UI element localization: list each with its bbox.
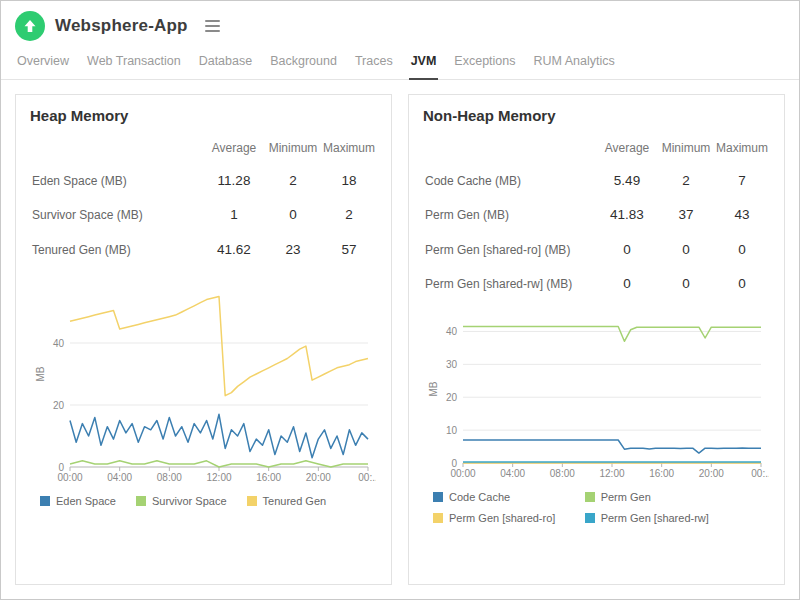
svg-text:08:00: 08:00	[550, 468, 575, 479]
svg-text:0: 0	[58, 461, 64, 472]
heap-chart-legend: Eden SpaceSurvivor SpaceTenured Gen	[30, 495, 377, 507]
metric-value: 7	[714, 164, 770, 198]
row-label: Perm Gen [shared-ro] (MB)	[423, 234, 596, 266]
legend-item[interactable]: Eden Space	[40, 495, 116, 507]
metric-value: 41.62	[203, 233, 265, 267]
svg-text:12:00: 12:00	[206, 472, 231, 483]
table-corner	[30, 140, 203, 156]
column-header: Minimum	[265, 132, 321, 164]
svg-text:04:00: 04:00	[107, 472, 132, 483]
legend-item[interactable]: Perm Gen [shared-ro]	[433, 512, 585, 524]
metric-value: 0	[714, 267, 770, 301]
legend-label: Perm Gen	[601, 491, 651, 503]
svg-text:20: 20	[53, 399, 65, 410]
legend-label: Code Cache	[449, 491, 510, 503]
tab-web-transaction[interactable]: Web Transaction	[85, 48, 183, 79]
metric-value: 0	[596, 233, 658, 267]
svg-text:20: 20	[446, 392, 458, 403]
non-heap-chart-legend: Code CachePerm GenPerm Gen [shared-ro]Pe…	[423, 491, 770, 533]
app-window: Websphere-App OverviewWeb TransactionDat…	[0, 0, 800, 600]
app-title: Websphere-App	[55, 16, 188, 36]
svg-text:40: 40	[446, 326, 458, 337]
svg-text:00:00: 00:00	[450, 468, 475, 479]
svg-text:12:00: 12:00	[599, 468, 624, 479]
svg-text:00:00: 00:00	[57, 472, 82, 483]
svg-text:0: 0	[451, 458, 457, 469]
card-title-heap: Heap Memory	[30, 107, 377, 124]
legend-item[interactable]: Tenured Gen	[247, 495, 327, 507]
svg-text:40: 40	[53, 337, 65, 348]
metric-value: 0	[596, 267, 658, 301]
tab-rum-analytics[interactable]: RUM Analytics	[532, 48, 617, 79]
metric-value: 23	[265, 233, 321, 267]
svg-text:20:00: 20:00	[699, 468, 724, 479]
metric-value: 0	[658, 267, 714, 301]
legend-label: Tenured Gen	[263, 495, 327, 507]
column-header: Maximum	[321, 132, 377, 164]
tab-database[interactable]: Database	[197, 48, 255, 79]
column-header: Maximum	[714, 132, 770, 164]
metric-value: 18	[321, 164, 377, 198]
svg-text:00:..: 00:..	[751, 468, 769, 479]
tab-traces[interactable]: Traces	[353, 48, 395, 79]
metric-value: 43	[714, 198, 770, 232]
tab-exceptions[interactable]: Exceptions	[452, 48, 517, 79]
legend-swatch	[433, 513, 443, 523]
svg-text:10: 10	[446, 425, 458, 436]
metric-value: 0	[265, 198, 321, 232]
metric-value: 37	[658, 198, 714, 232]
row-label: Code Cache (MB)	[423, 165, 596, 197]
metric-value: 5.49	[596, 164, 658, 198]
metric-value: 0	[714, 233, 770, 267]
column-header: Average	[203, 132, 265, 164]
legend-label: Perm Gen [shared-rw]	[601, 512, 709, 524]
row-label: Tenured Gen (MB)	[30, 234, 203, 266]
row-label: Perm Gen (MB)	[423, 199, 596, 231]
status-up-icon	[15, 11, 45, 41]
tab-jvm[interactable]: JVM	[409, 48, 439, 80]
legend-item[interactable]: Code Cache	[433, 491, 585, 503]
non-heap-metrics-table: AverageMinimumMaximumCode Cache (MB)5.49…	[423, 132, 770, 301]
hamburger-menu-icon[interactable]	[202, 17, 223, 35]
metric-value: 2	[265, 164, 321, 198]
metric-value: 2	[658, 164, 714, 198]
heap-memory-chart: 0204000:0004:0008:0012:0016:0020:0000:..…	[30, 273, 376, 485]
svg-text:30: 30	[446, 359, 458, 370]
row-label: Eden Space (MB)	[30, 165, 203, 197]
heap-metrics-table: AverageMinimumMaximumEden Space (MB)11.2…	[30, 132, 377, 267]
app-header: Websphere-App	[1, 1, 799, 48]
svg-text:20:00: 20:00	[306, 472, 331, 483]
row-label: Perm Gen [shared-rw] (MB)	[423, 268, 596, 300]
legend-item[interactable]: Survivor Space	[136, 495, 227, 507]
row-label: Survivor Space (MB)	[30, 199, 203, 231]
non-heap-memory-card: Non-Heap Memory AverageMinimumMaximumCod…	[408, 94, 785, 585]
table-corner	[423, 140, 596, 156]
metric-value: 1	[203, 198, 265, 232]
tab-overview[interactable]: Overview	[15, 48, 71, 79]
non-heap-memory-chart: 01020304000:0004:0008:0012:0016:0020:000…	[423, 307, 769, 481]
legend-label: Eden Space	[56, 495, 116, 507]
svg-text:04:00: 04:00	[500, 468, 525, 479]
legend-item[interactable]: Perm Gen [shared-rw]	[585, 512, 737, 524]
metric-value: 11.28	[203, 164, 265, 198]
legend-swatch	[585, 492, 595, 502]
metric-value: 0	[658, 233, 714, 267]
heap-memory-card: Heap Memory AverageMinimumMaximumEden Sp…	[15, 94, 392, 585]
metric-value: 41.83	[596, 198, 658, 232]
legend-swatch	[433, 492, 443, 502]
content-area: Heap Memory AverageMinimumMaximumEden Sp…	[1, 80, 799, 599]
legend-item[interactable]: Perm Gen	[585, 491, 737, 503]
legend-swatch	[136, 496, 146, 506]
legend-swatch	[247, 496, 257, 506]
svg-text:08:00: 08:00	[157, 472, 182, 483]
card-title-non-heap: Non-Heap Memory	[423, 107, 770, 124]
arrow-up-icon	[22, 18, 38, 34]
legend-swatch	[585, 513, 595, 523]
svg-text:00:..: 00:..	[358, 472, 376, 483]
legend-label: Survivor Space	[152, 495, 227, 507]
legend-swatch	[40, 496, 50, 506]
svg-text:16:00: 16:00	[649, 468, 674, 479]
tab-background[interactable]: Background	[268, 48, 339, 79]
column-header: Minimum	[658, 132, 714, 164]
metric-value: 57	[321, 233, 377, 267]
